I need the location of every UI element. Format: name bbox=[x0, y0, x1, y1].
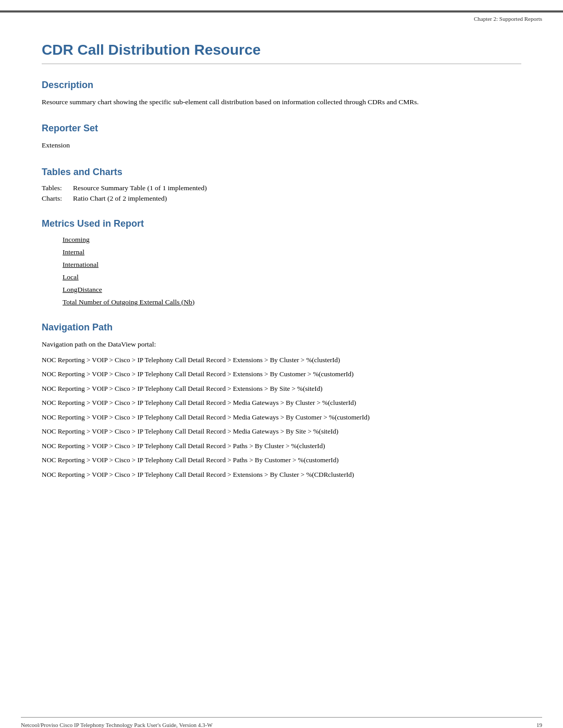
page-header: Chapter 2: Supported Reports bbox=[474, 13, 542, 22]
footer-text: Netcool/Proviso Cisco IP Telephony Techn… bbox=[0, 722, 563, 728]
metric-item-2: International bbox=[63, 261, 521, 269]
reporter-set-heading: Reporter Set bbox=[42, 123, 521, 134]
metric-item-4: LongDistance bbox=[63, 286, 521, 294]
page-title: CDR Call Distribution Resource bbox=[42, 42, 521, 64]
footer-line bbox=[21, 717, 542, 718]
nav-path-item-7: NOC Reporting > VOIP > Cisco > IP Teleph… bbox=[42, 455, 521, 465]
footer-left: Netcool/Proviso Cisco IP Telephony Techn… bbox=[21, 722, 213, 728]
tables-label: Tables: bbox=[42, 184, 73, 192]
nav-path-item-3: NOC Reporting > VOIP > Cisco > IP Teleph… bbox=[42, 398, 521, 408]
tables-value: Resource Summary Table (1 of 1 implement… bbox=[73, 184, 207, 192]
navigation-intro: Navigation path on the DataView portal: bbox=[42, 339, 521, 350]
navigation-heading: Navigation Path bbox=[42, 322, 521, 333]
tables-charts-heading: Tables and Charts bbox=[42, 167, 521, 178]
main-content: CDR Call Distribution Resource Descripti… bbox=[0, 10, 563, 525]
charts-value: Ratio Chart (2 of 2 implemented) bbox=[73, 194, 167, 203]
description-body: Resource summary chart showing the speci… bbox=[42, 97, 521, 107]
nav-path-item-6: NOC Reporting > VOIP > Cisco > IP Teleph… bbox=[42, 441, 521, 451]
footer-right: 19 bbox=[536, 722, 542, 728]
charts-label: Charts: bbox=[42, 194, 73, 203]
description-heading: Description bbox=[42, 80, 521, 91]
nav-path-item-4: NOC Reporting > VOIP > Cisco > IP Teleph… bbox=[42, 412, 521, 423]
footer: Netcool/Proviso Cisco IP Telephony Techn… bbox=[0, 717, 563, 728]
metric-item-0: Incoming bbox=[63, 236, 521, 244]
nav-path-item-5: NOC Reporting > VOIP > Cisco > IP Teleph… bbox=[42, 426, 521, 437]
nav-path-item-1: NOC Reporting > VOIP > Cisco > IP Teleph… bbox=[42, 369, 521, 379]
metric-item-5: Total Number of Outgoing External Calls … bbox=[63, 298, 521, 306]
metric-item-3: Local bbox=[63, 273, 521, 281]
metric-item-1: Internal bbox=[63, 248, 521, 256]
metrics-heading: Metrics Used in Report bbox=[42, 218, 521, 229]
metrics-list: IncomingInternalInternationalLocalLongDi… bbox=[63, 236, 521, 306]
charts-row: Charts: Ratio Chart (2 of 2 implemented) bbox=[42, 194, 521, 203]
nav-paths-list: NOC Reporting > VOIP > Cisco > IP Teleph… bbox=[42, 355, 521, 480]
chapter-label: Chapter 2: Supported Reports bbox=[474, 16, 542, 22]
nav-path-item-2: NOC Reporting > VOIP > Cisco > IP Teleph… bbox=[42, 384, 521, 394]
nav-path-item-0: NOC Reporting > VOIP > Cisco > IP Teleph… bbox=[42, 355, 521, 365]
tables-row: Tables: Resource Summary Table (1 of 1 i… bbox=[42, 184, 521, 192]
page-container: Chapter 2: Supported Reports CDR Call Di… bbox=[0, 10, 563, 728]
nav-path-item-8: NOC Reporting > VOIP > Cisco > IP Teleph… bbox=[42, 470, 521, 480]
reporter-set-value: Extension bbox=[42, 140, 521, 151]
